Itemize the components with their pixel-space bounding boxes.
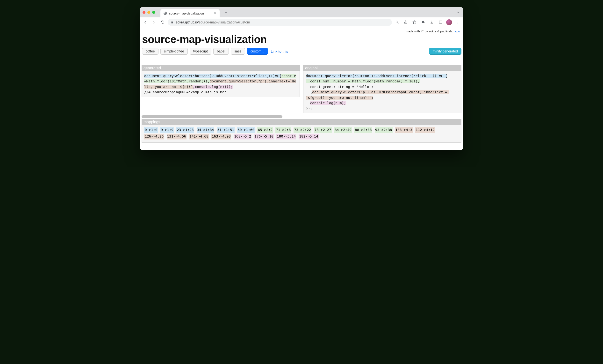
generated-panel-header: generated: [141, 65, 300, 71]
example-coffee-button[interactable]: coffee: [142, 48, 159, 55]
original-code[interactable]: document.querySelector('button')?.addEve…: [303, 71, 462, 113]
globe-icon: [163, 11, 167, 15]
original-panel-header: original: [303, 65, 462, 71]
browser-tab[interactable]: source-map-visualization: [160, 9, 220, 17]
menu-icon[interactable]: [454, 19, 462, 26]
controls-row: coffee simple-coffee typescript babel sa…: [141, 47, 462, 56]
bookmark-icon[interactable]: [411, 19, 418, 26]
mapping-chip[interactable]: 78->2:27: [314, 127, 332, 133]
mapping-chip[interactable]: 65->2:2: [257, 127, 273, 133]
tab-title: source-map-visualization: [169, 12, 211, 15]
mapping-chip[interactable]: 93->2:38: [375, 127, 393, 133]
page-content: made with ♡ by sokra & paulirish. repo s…: [140, 27, 463, 150]
svg-point-4: [458, 22, 458, 22]
mapping-chip[interactable]: 176->5:10: [254, 134, 274, 139]
tabs-dropdown-button[interactable]: [456, 10, 461, 14]
close-window-button[interactable]: [142, 11, 145, 14]
mapping-chip[interactable]: 71->2:8: [275, 127, 291, 133]
example-sass-button[interactable]: sass: [231, 48, 245, 55]
custom-button[interactable]: custom...: [247, 48, 268, 55]
generated-panel: generated document.querySelector("button…: [141, 65, 300, 113]
maximize-window-button[interactable]: [152, 11, 155, 14]
repo-link[interactable]: repo: [454, 29, 460, 33]
window-controls: [141, 11, 157, 14]
example-babel-button[interactable]: babel: [213, 48, 229, 55]
back-button[interactable]: [141, 19, 149, 26]
mapping-chip[interactable]: 126->4:26: [144, 134, 164, 139]
lock-icon: [171, 21, 174, 24]
mapping-chip[interactable]: 112->4:12: [415, 127, 435, 133]
example-simple-coffee-button[interactable]: simple-coffee: [160, 48, 188, 55]
svg-point-3: [458, 21, 458, 21]
generated-code[interactable]: document.querySelector("button")?.addEve…: [141, 71, 300, 97]
mapping-chip[interactable]: 9->1:9: [160, 127, 174, 133]
reload-button[interactable]: [159, 19, 166, 26]
new-tab-button[interactable]: [223, 9, 229, 15]
mapping-chip[interactable]: 182->5:14: [299, 134, 319, 139]
forward-button[interactable]: [150, 19, 158, 26]
mapping-chip[interactable]: 34->1:34: [197, 127, 215, 133]
attribution-text: made with ♡ by sokra & paulirish. repo: [141, 29, 462, 33]
mapping-chip[interactable]: 88->2:33: [354, 127, 372, 133]
mapping-chip[interactable]: 84->2:49: [334, 127, 352, 133]
mappings-list[interactable]: 0->1:09->1:923->1:2334->1:3451->1:5160->…: [141, 125, 462, 142]
svg-rect-2: [439, 21, 442, 23]
extensions-icon[interactable]: [419, 19, 427, 26]
mapping-chip[interactable]: 141->4:68: [189, 134, 209, 139]
profile-avatar[interactable]: [445, 19, 453, 26]
page-title: source-map-visualization: [141, 33, 462, 47]
minify-generated-button[interactable]: minify generated: [429, 48, 462, 55]
mapping-chip[interactable]: 103->4:3: [395, 127, 413, 133]
tab-strip: source-map-visualization: [140, 7, 463, 17]
close-tab-icon[interactable]: [213, 12, 217, 15]
side-panel-icon[interactable]: [437, 19, 444, 26]
svg-point-5: [458, 23, 458, 23]
search-icon[interactable]: [393, 19, 401, 26]
share-icon[interactable]: [402, 19, 409, 26]
mapping-chip[interactable]: 60->1:60: [237, 127, 255, 133]
url-host: sokra.github.io/source-map-visualization…: [176, 20, 250, 24]
mapping-chip[interactable]: 131->4:56: [167, 134, 187, 139]
mapping-chip[interactable]: 51->1:51: [217, 127, 235, 133]
minimize-window-button[interactable]: [147, 11, 150, 14]
example-typescript-button[interactable]: typescript: [190, 48, 211, 55]
mappings-panel-header: mappings: [141, 119, 462, 125]
svg-point-1: [396, 21, 398, 23]
mapping-chip[interactable]: 163->4:93: [211, 134, 232, 139]
mapping-chip[interactable]: 180->5:14: [276, 134, 296, 139]
downloads-icon[interactable]: [428, 19, 435, 26]
browser-toolbar: sokra.github.io/source-map-visualization…: [140, 17, 463, 27]
mapping-chip[interactable]: 23->1:23: [176, 127, 194, 133]
link-to-this[interactable]: Link to this: [271, 49, 288, 53]
browser-window: source-map-visualization sokra.github.io…: [140, 7, 463, 150]
mapping-chip[interactable]: 73->2:22: [293, 127, 311, 133]
mapping-chip[interactable]: 168->5:2: [234, 134, 252, 139]
address-bar[interactable]: sokra.github.io/source-map-visualization…: [168, 19, 392, 26]
mappings-panel: mappings 0->1:09->1:923->1:2334->1:3451-…: [141, 119, 462, 142]
mapping-chip[interactable]: 0->1:0: [144, 127, 158, 133]
original-panel: original document.querySelector('button'…: [303, 65, 462, 113]
horizontal-scrollbar[interactable]: [141, 115, 282, 118]
